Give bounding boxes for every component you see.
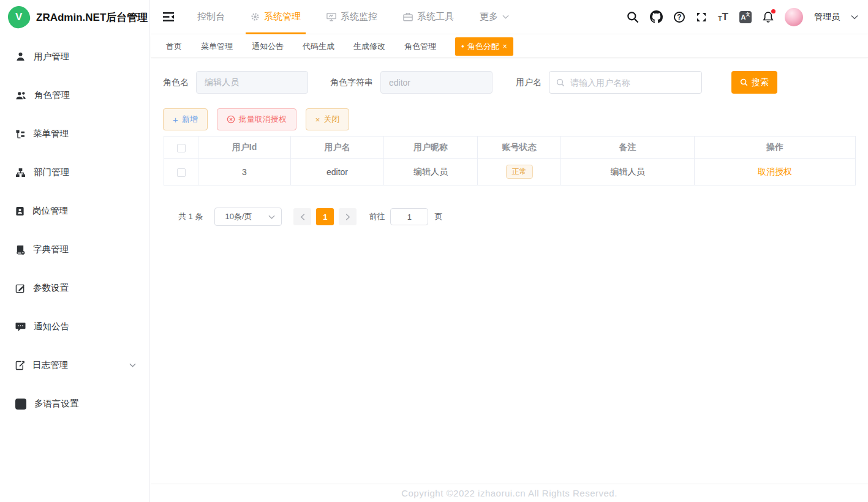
nav-item-system-monitor[interactable]: 系统监控 — [314, 0, 390, 34]
sidebar-item-label: 部门管理 — [34, 167, 69, 178]
role-name-label: 角色名 — [163, 77, 189, 88]
users-table: 用户Id 用户名 用户昵称 账号状态 备注 操作 3 editor 编辑人员 正… — [164, 136, 856, 185]
x-icon: × — [315, 115, 320, 124]
chat-bubble-icon — [15, 322, 26, 332]
chevron-down-icon — [268, 215, 275, 219]
goto-page-input[interactable] — [390, 208, 428, 225]
tab-role-assign[interactable]: ● 角色分配 × — [455, 37, 513, 56]
revoke-auth-link[interactable]: 取消授权 — [758, 167, 792, 176]
nav-item-system-tools[interactable]: 系统工具 — [390, 0, 467, 34]
sidebar-item-notice[interactable]: 通知公告 — [0, 307, 149, 346]
plus-icon: + — [173, 114, 178, 125]
nav-item-more[interactable]: 更多 — [467, 0, 522, 34]
top-header: 控制台 系统管理 系统监控 系统工具 更多 — [151, 0, 868, 34]
sidebar-item-dept-mgmt[interactable]: 部门管理 — [0, 153, 149, 192]
role-key-input[interactable] — [380, 71, 492, 94]
sidebar-collapse-icon[interactable] — [162, 12, 175, 22]
sidebar-item-user-mgmt[interactable]: 用户管理 — [0, 37, 149, 76]
pagination: 共 1 条 10条/页 1 前往 页 — [178, 208, 442, 226]
nav-item-console[interactable]: 控制台 — [184, 0, 238, 34]
sidebar-item-i18n-settings[interactable]: A文 多语言设置 — [0, 384, 149, 423]
gear-icon — [251, 12, 260, 21]
github-icon[interactable] — [650, 10, 663, 23]
close-button[interactable]: × 关闭 — [306, 108, 350, 130]
sidebar-item-label: 字典管理 — [33, 244, 69, 255]
user-avatar[interactable] — [785, 8, 803, 26]
table-header-row: 用户Id 用户名 用户昵称 账号状态 备注 操作 — [164, 137, 856, 159]
tab-menu-mgmt[interactable]: 菜单管理 — [201, 41, 233, 52]
active-dot-icon: ● — [461, 44, 464, 49]
sidebar-item-label: 通知公告 — [34, 321, 69, 332]
select-all-checkbox[interactable] — [177, 144, 186, 152]
monitor-icon — [326, 12, 336, 21]
log-edit-icon — [15, 361, 25, 370]
col-actions: 操作 — [695, 137, 856, 159]
search-icon[interactable] — [627, 11, 639, 23]
sidebar-item-param-settings[interactable]: 参数设置 — [0, 269, 149, 307]
tab-role-mgmt[interactable]: 角色管理 — [404, 41, 436, 52]
briefcase-icon — [403, 12, 413, 21]
search-icon — [740, 78, 748, 86]
username[interactable]: 管理员 — [814, 12, 840, 23]
col-user-id: 用户Id — [198, 137, 291, 159]
chevron-down-icon[interactable] — [129, 363, 136, 367]
add-button[interactable]: + 新增 — [163, 108, 208, 130]
translate-icon[interactable]: A文 — [739, 11, 752, 23]
app-logo[interactable]: V ZRAdmin.NET后台管理 — [0, 0, 149, 34]
username-label: 用户名 — [516, 77, 542, 88]
fullscreen-icon[interactable] — [696, 12, 707, 23]
select-all-cell — [164, 137, 198, 159]
username-input[interactable] — [570, 78, 695, 88]
help-icon[interactable]: ? — [674, 12, 685, 23]
search-button[interactable]: 搜索 — [731, 71, 777, 94]
table-row: 3 editor 编辑人员 正常 编辑人员 取消授权 — [164, 159, 856, 185]
translate-icon: A文 — [15, 399, 26, 410]
col-username: 用户名 — [291, 137, 384, 159]
cell-username: editor — [291, 159, 384, 185]
top-navigation: 控制台 系统管理 系统监控 系统工具 更多 — [184, 0, 522, 34]
bell-icon[interactable] — [763, 11, 774, 23]
tab-notice[interactable]: 通知公告 — [252, 41, 284, 52]
col-nickname: 用户昵称 — [384, 137, 478, 159]
sidebar-item-log-mgmt[interactable]: 日志管理 — [0, 346, 149, 384]
col-remark: 备注 — [561, 137, 695, 159]
sidebar-item-label: 用户管理 — [34, 51, 69, 62]
sidebar-item-menu-mgmt[interactable]: 菜单管理 — [0, 114, 149, 153]
sidebar-item-label: 多语言设置 — [34, 398, 79, 410]
filter-form: 角色名 角色字符串 用户名 搜索 — [163, 71, 777, 94]
chevron-down-icon[interactable] — [851, 15, 858, 20]
page-1-button[interactable]: 1 — [316, 208, 334, 225]
page-size-select[interactable]: 10条/页 — [214, 208, 282, 226]
nav-item-system-mgmt[interactable]: 系统管理 — [238, 0, 314, 34]
total-count: 共 1 条 — [178, 211, 203, 222]
close-icon[interactable]: × — [503, 43, 507, 50]
sidebar-item-label: 岗位管理 — [32, 205, 68, 217]
id-badge-icon — [15, 206, 25, 216]
search-prefix-icon — [556, 78, 565, 87]
sidebar-menu: 用户管理 角色管理 菜单管理 部门管理 岗位管理 — [0, 34, 149, 423]
header-actions: ? TT A文 管理员 — [627, 8, 868, 26]
sidebar-item-label: 参数设置 — [33, 282, 69, 294]
tab-code-gen[interactable]: 代码生成 — [303, 41, 334, 52]
cell-actions: 取消授权 — [695, 159, 856, 185]
goto-label: 前往 — [369, 211, 385, 222]
sidebar: V ZRAdmin.NET后台管理 用户管理 角色管理 菜单管理 部门管理 — [0, 0, 150, 502]
prev-page-button[interactable] — [293, 208, 311, 225]
page-unit-label: 页 — [434, 211, 442, 222]
role-name-input[interactable] — [196, 71, 308, 94]
tab-home[interactable]: 首页 — [166, 41, 182, 52]
sidebar-item-dict-mgmt[interactable]: 字典管理 — [0, 230, 149, 269]
dictionary-icon — [15, 245, 25, 255]
sidebar-item-role-mgmt[interactable]: 角色管理 — [0, 76, 149, 114]
next-page-button[interactable] — [339, 208, 357, 225]
font-size-icon[interactable]: TT — [718, 12, 728, 22]
tab-gen-edit[interactable]: 生成修改 — [353, 41, 385, 52]
notification-dot — [771, 9, 776, 13]
footer: Copyright ©2022 izhaorui.cn All Rights R… — [151, 484, 868, 502]
sidebar-item-post-mgmt[interactable]: 岗位管理 — [0, 192, 149, 230]
batch-revoke-button[interactable]: 批量取消授权 — [217, 108, 296, 130]
users-icon — [15, 91, 26, 100]
edit-square-icon — [15, 283, 25, 293]
row-checkbox[interactable] — [177, 168, 186, 177]
chevron-down-icon — [502, 15, 509, 19]
